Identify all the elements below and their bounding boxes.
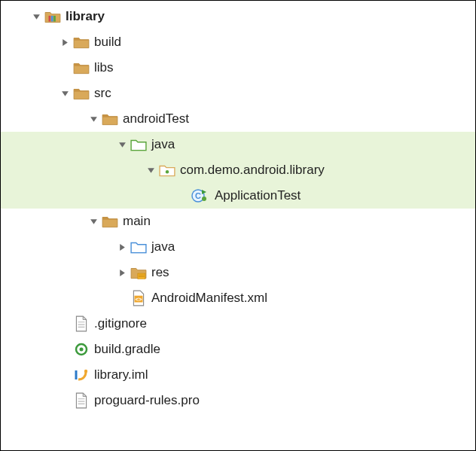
- folder-icon: [73, 34, 90, 50]
- test-source-folder-icon: [130, 136, 147, 153]
- tree-item-src[interactable]: src: [1, 81, 475, 106]
- tree-item-androidtest[interactable]: androidTest: [1, 106, 475, 132]
- chevron-down-icon[interactable]: [60, 88, 70, 99]
- folder-icon: [102, 213, 118, 230]
- package-icon: [159, 162, 175, 178]
- tree-label: AndroidManifest.xml: [151, 291, 267, 306]
- tree-item-java-main[interactable]: java: [1, 234, 475, 260]
- module-library-icon: [44, 8, 61, 25]
- tree-item-build[interactable]: build: [1, 29, 475, 55]
- tree-label: res: [151, 265, 169, 280]
- tree-label: build: [94, 35, 121, 50]
- tree-label: java: [151, 137, 175, 152]
- chevron-down-icon[interactable]: [145, 165, 156, 175]
- chevron-down-icon[interactable]: [117, 139, 127, 150]
- folder-icon: [73, 59, 90, 76]
- tree-label: com.demo.android.library: [180, 163, 325, 178]
- file-icon: [73, 392, 90, 409]
- runnable-class-icon: [188, 187, 210, 204]
- chevron-down-icon[interactable]: [88, 114, 99, 124]
- gradle-icon: [73, 341, 90, 358]
- tree-label: build.gradle: [94, 342, 160, 357]
- tree-item-applicationtest[interactable]: ApplicationTest: [1, 183, 475, 209]
- tree-item-java-test[interactable]: java: [1, 132, 475, 157]
- tree-item-libs[interactable]: libs: [1, 55, 475, 81]
- tree-item-manifest[interactable]: AndroidManifest.xml: [1, 285, 475, 311]
- file-icon: [73, 315, 90, 332]
- tree-label: proguard-rules.pro: [94, 393, 200, 408]
- tree-label: java: [151, 239, 175, 254]
- tree-label: libs: [94, 60, 114, 75]
- tree-item-main[interactable]: main: [1, 209, 475, 234]
- tree-label: main: [123, 214, 151, 229]
- tree-item-proguard[interactable]: proguard-rules.pro: [1, 388, 475, 413]
- chevron-right-icon[interactable]: [117, 242, 127, 252]
- chevron-right-icon[interactable]: [117, 267, 127, 278]
- tree-label: .gitignore: [94, 316, 147, 331]
- chevron-down-icon[interactable]: [31, 11, 41, 22]
- folder-icon: [102, 111, 118, 127]
- tree-label: library: [66, 9, 105, 24]
- iml-icon: [73, 367, 90, 383]
- tree-label: library.iml: [94, 367, 148, 382]
- tree-item-library-iml[interactable]: library.iml: [1, 362, 475, 388]
- tree-item-build-gradle[interactable]: build.gradle: [1, 337, 475, 362]
- tree-label: ApplicationTest: [215, 188, 301, 203]
- tree-item-gitignore[interactable]: .gitignore: [1, 311, 475, 337]
- project-tree: library build libs src androidTest java …: [1, 1, 475, 416]
- source-folder-icon: [130, 239, 147, 255]
- chevron-right-icon[interactable]: [60, 37, 70, 47]
- tree-item-library[interactable]: library: [1, 4, 475, 29]
- chevron-down-icon[interactable]: [88, 216, 99, 227]
- tree-label: androidTest: [123, 111, 189, 126]
- resources-folder-icon: [130, 264, 147, 281]
- folder-icon: [73, 85, 90, 102]
- tree-item-package[interactable]: com.demo.android.library: [1, 157, 475, 183]
- tree-item-res[interactable]: res: [1, 260, 475, 285]
- xml-file-icon: [130, 290, 147, 306]
- tree-label: src: [94, 86, 111, 101]
